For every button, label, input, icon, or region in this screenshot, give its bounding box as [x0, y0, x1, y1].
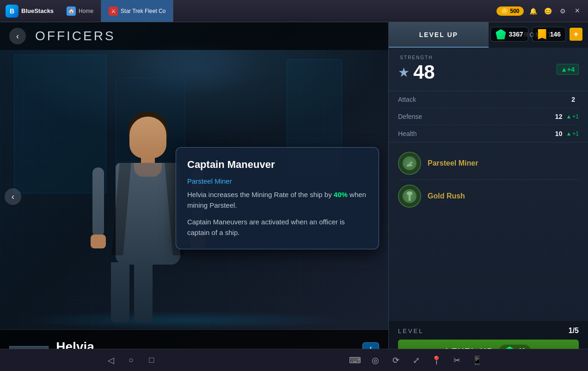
right-panel: LEVEL UP PROMOTE STRENGTH ★ 48 ▲+4 Attac… [388, 22, 588, 371]
defense-delta-value: +1 [572, 113, 579, 120]
titlebar: B BlueStacks 🏠 Home ⚔ Star Trek Fleet Co… [0, 0, 588, 22]
health-label: Health [398, 130, 555, 137]
bluestacks-logo: B BlueStacks [0, 5, 59, 18]
ability-parsteel-miner[interactable]: Parsteel Miner [398, 147, 579, 180]
taskbar-nav-group: ◁ ○ □ [103, 352, 160, 369]
gem-value: 3367 [508, 31, 523, 38]
tooltip-subtitle: Parsteel Miner [187, 177, 368, 185]
strength-delta: ▲+4 [557, 64, 579, 75]
gold-rush-icon [398, 185, 421, 208]
strength-star-icon: ★ [398, 65, 410, 80]
taskbar-mobile-button[interactable]: 📱 [469, 352, 485, 369]
taskbar-rotate-button[interactable]: ⟳ [387, 352, 404, 369]
ability-icon-inner-2 [403, 189, 416, 203]
app-name: BlueStacks [21, 7, 54, 14]
defense-arrow: ▲ [566, 113, 571, 120]
header-bar: ‹ OFFICERS [0, 22, 388, 50]
taskbar-tools-group: ⌨ ◎ ⟳ ⤢ 📍 ✂ 📱 [347, 352, 485, 369]
level-header: LEVEL 1/5 [398, 327, 579, 335]
level-label: LEVEL [398, 328, 423, 334]
tab-bar: 🏠 Home ⚔ Star Trek Fleet Co [59, 0, 496, 22]
coin-icon: 🪙 [501, 8, 508, 14]
parsteel-miner-icon [398, 152, 421, 175]
game-area: ‹ OFFICERS [0, 22, 588, 371]
char-body [116, 163, 180, 265]
tooltip-title: Captain Maneuver [187, 159, 368, 171]
game-tab-label: Star Trek Fleet Co [121, 8, 165, 14]
strength-section: STRENGTH ★ 48 ▲+4 [389, 48, 588, 91]
char-head [129, 117, 166, 158]
strength-block: STRENGTH ★ 48 [398, 55, 435, 83]
abilities-section: Parsteel Miner Gold Rush [389, 142, 588, 217]
defense-value: 12 [555, 113, 563, 120]
settings-button[interactable]: ⚙ [557, 6, 568, 17]
captain-maneuver-tooltip: Captain Maneuver Parsteel Miner Helvia i… [176, 147, 379, 249]
taskbar-home-button[interactable]: ○ [123, 352, 140, 369]
char-leg-right [134, 262, 153, 322]
health-value: 10 [555, 130, 563, 137]
titlebar-controls: 🪙 500 🔔 😊 ⚙ × [496, 6, 588, 17]
level-value: 1/5 [569, 327, 579, 335]
coin-badge: 🪙 500 [496, 6, 524, 16]
book-value: 146 [550, 31, 561, 38]
char-arm-left [92, 167, 104, 237]
attack-value: 2 [571, 96, 575, 103]
tab-home[interactable]: 🏠 Home [59, 0, 101, 22]
gem-icon [496, 29, 506, 39]
stat-attack: Attack 2 [398, 91, 579, 108]
currency-bar: 3367 146 + [388, 27, 588, 42]
stat-defense: Defense 12 ▲ +1 [398, 108, 579, 125]
book-currency: 146 [532, 27, 566, 42]
nav-arrow-left[interactable]: ‹ [5, 188, 21, 205]
gem-currency: 3367 [490, 27, 528, 42]
book-icon [537, 29, 547, 39]
stats-section: Attack 2 Defense 12 ▲ +1 Health 10 ▲ +1 [389, 91, 588, 142]
ability1-name: Parsteel Miner [428, 159, 478, 167]
tooltip-body2: Captain Maneuvers are activated when an … [187, 217, 368, 238]
defense-label: Defense [398, 113, 555, 120]
attack-label: Attack [398, 96, 571, 103]
taskbar-pin-button[interactable]: 📍 [428, 352, 445, 369]
emoji-button[interactable]: 😊 [542, 6, 553, 17]
stat-health: Health 10 ▲ +1 [398, 125, 579, 142]
back-button[interactable]: ‹ [9, 28, 26, 44]
taskbar-expand-button[interactable]: ⤢ [408, 352, 424, 369]
home-tab-icon: 🏠 [67, 6, 76, 16]
tab-game[interactable]: ⚔ Star Trek Fleet Co [101, 0, 173, 22]
officer-section: ‹ OFFICERS [0, 22, 388, 371]
health-delta-value: +1 [572, 130, 579, 137]
defense-delta: ▲ +1 [566, 113, 579, 120]
tower-symbol [405, 192, 414, 201]
health-delta: ▲ +1 [566, 130, 579, 137]
taskbar: ◁ ○ □ ⌨ ◎ ⟳ ⤢ 📍 ✂ 📱 [0, 349, 588, 371]
tooltip-body1: Helvia increases the Mining Rate of the … [187, 190, 368, 210]
ability-gold-rush[interactable]: Gold Rush [398, 180, 579, 212]
add-currency-button[interactable]: + [570, 28, 582, 41]
coin-value: 500 [510, 8, 519, 14]
char-sleeve-l [111, 163, 131, 255]
char-collar [134, 163, 162, 177]
char-leg-left [111, 262, 129, 322]
ability2-name: Gold Rush [428, 192, 465, 200]
char-hand-left [91, 235, 106, 248]
taskbar-back-button[interactable]: ◁ [103, 352, 119, 369]
taskbar-scissor-button[interactable]: ✂ [448, 352, 465, 369]
page-title: OFFICERS [35, 29, 116, 43]
taskbar-keyboard-button[interactable]: ⌨ [347, 352, 363, 369]
home-tab-label: Home [79, 8, 93, 14]
pickaxe-symbol [407, 161, 412, 166]
close-button[interactable]: × [572, 6, 582, 16]
strength-label: STRENGTH [400, 55, 433, 60]
strength-row: ★ 48 [398, 61, 435, 83]
bs-icon: B [6, 5, 18, 18]
strength-value: 48 [413, 61, 435, 83]
ability-icon-inner-1 [403, 156, 416, 170]
bell-button[interactable]: 🔔 [527, 6, 539, 17]
health-arrow: ▲ [566, 130, 571, 137]
taskbar-camera-button[interactable]: ◎ [367, 352, 384, 369]
game-tab-icon: ⚔ [109, 6, 118, 16]
taskbar-recent-button[interactable]: □ [143, 352, 160, 369]
tooltip-highlight: 40% [334, 191, 348, 198]
tooltip-body1-before: Helvia increases the Mining Rate of the … [187, 191, 334, 198]
